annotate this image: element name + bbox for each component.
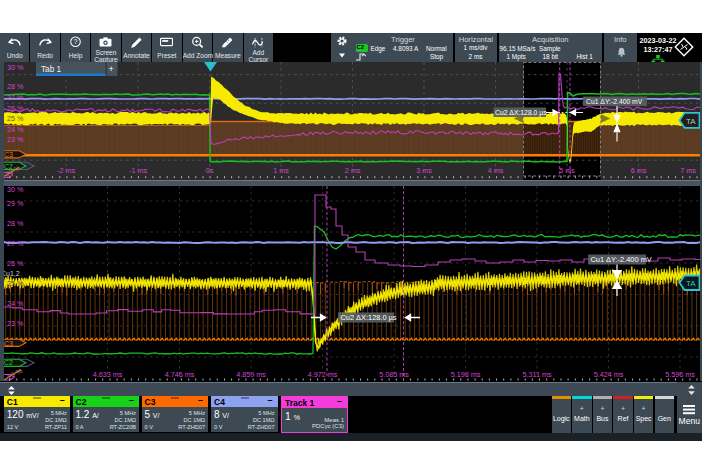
svg-text:5.424 ms: 5.424 ms — [594, 370, 624, 379]
svg-text:C3: C3 — [4, 151, 13, 158]
svg-text:6 ms: 6 ms — [631, 166, 647, 175]
svg-text:25 %: 25 % — [7, 279, 24, 288]
svg-text:4.859 ms: 4.859 ms — [236, 370, 266, 379]
svg-text:30 %: 30 % — [7, 186, 24, 194]
svg-text:24 %: 24 % — [7, 299, 24, 308]
svg-text:C2: C2 — [4, 359, 13, 366]
svg-text:30 %: 30 % — [7, 63, 24, 72]
svg-text:-2 ms: -2 ms — [57, 166, 75, 175]
svg-text:Tab 1: Tab 1 — [41, 65, 61, 74]
svg-text:4 ms: 4 ms — [488, 166, 504, 175]
svg-text:27 %: 27 % — [7, 93, 24, 102]
svg-text:25 %: 25 % — [7, 114, 24, 123]
svg-text:Cu1 ΔY:-2.400 mV: Cu1 ΔY:-2.400 mV — [586, 98, 643, 105]
svg-text:?: ? — [74, 37, 78, 46]
svg-text:24 %: 24 % — [7, 125, 24, 134]
svg-text:Cu1 ΔY:-2.400 mV: Cu1 ΔY:-2.400 mV — [591, 255, 652, 264]
svg-text:C3: C3 — [4, 340, 13, 347]
svg-text:23 %: 23 % — [7, 135, 24, 144]
svg-text:Cu2 ΔX:128.0 µs: Cu2 ΔX:128.0 µs — [495, 109, 547, 117]
svg-text:5.085 ms: 5.085 ms — [379, 370, 409, 379]
svg-text:5 ms: 5 ms — [559, 166, 575, 175]
svg-text:27 %: 27 % — [7, 239, 24, 248]
svg-text:5.596 ms: 5.596 ms — [665, 370, 695, 379]
svg-text:28 %: 28 % — [7, 219, 24, 228]
svg-text:4.972 ms: 4.972 ms — [308, 370, 338, 379]
svg-text:3 ms: 3 ms — [416, 166, 432, 175]
svg-text:1 ms: 1 ms — [273, 166, 289, 175]
svg-text:2 ms: 2 ms — [345, 166, 361, 175]
svg-text:23 %: 23 % — [7, 319, 24, 328]
svg-text:-1 ms: -1 ms — [129, 166, 147, 175]
svg-text:0s: 0s — [206, 166, 214, 175]
svg-text:4.746 ms: 4.746 ms — [165, 370, 195, 379]
svg-text:+: + — [109, 64, 114, 74]
svg-text:5.198 ms: 5.198 ms — [451, 370, 481, 379]
svg-text:Cu2 ΔX:128.0 µs: Cu2 ΔX:128.0 µs — [341, 313, 397, 322]
svg-text:7 ms: 7 ms — [680, 166, 696, 175]
svg-text:26 %: 26 % — [7, 259, 24, 268]
svg-text:TA: TA — [686, 279, 696, 288]
svg-text:5.311 ms: 5.311 ms — [522, 370, 551, 379]
svg-text:29 %: 29 % — [7, 199, 24, 208]
svg-text:28 %: 28 % — [7, 82, 24, 91]
svg-text:TA: TA — [686, 117, 696, 126]
svg-text:4.633 ms: 4.633 ms — [93, 370, 123, 379]
svg-text:26 %: 26 % — [7, 104, 24, 113]
